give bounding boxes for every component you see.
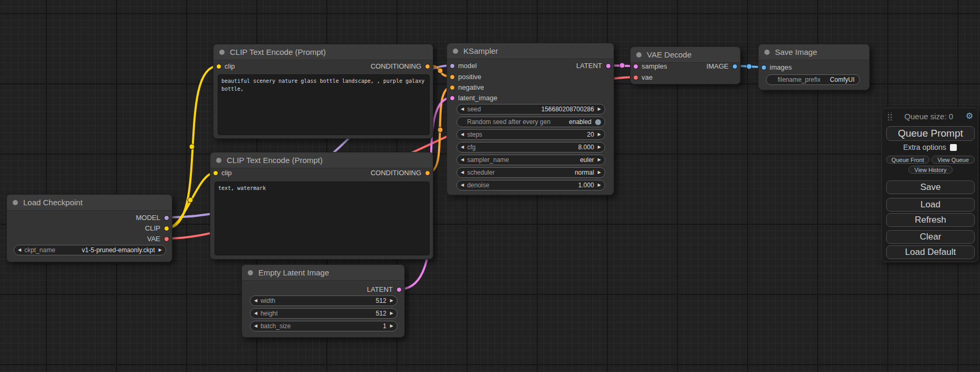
queue-front-button[interactable]: Queue Front	[886, 156, 929, 164]
widget-height[interactable]: ◀ height 512 ▶	[250, 308, 397, 319]
node-vae-decode[interactable]: VAE Decode samples vae IMAGE	[630, 46, 741, 84]
node-ksampler[interactable]: KSampler model positive negative latent_…	[447, 43, 614, 195]
input-slot-label: vae	[642, 72, 653, 83]
widget-random-seed-toggle[interactable]: Random seed after every gen enabled	[457, 117, 605, 127]
output-slot-latent[interactable]	[606, 63, 611, 69]
output-slot-image[interactable]	[732, 64, 738, 69]
widget-cfg[interactable]: ◀ cfg 8.000 ▶	[457, 142, 605, 152]
queue-prompt-button[interactable]: Queue Prompt	[886, 126, 975, 141]
widget-seed[interactable]: ◀ seed 156680208700286 ▶	[457, 104, 605, 115]
input-slot-model[interactable]	[450, 63, 455, 69]
widget-steps[interactable]: ◀ steps 20 ▶	[457, 129, 605, 140]
input-slot-clip[interactable]	[216, 64, 221, 69]
widget-increment-arrow[interactable]: ▶	[598, 142, 601, 152]
widget-decrement-arrow[interactable]: ◀	[461, 180, 464, 190]
extra-options-checkbox[interactable]	[950, 144, 957, 151]
view-queue-button[interactable]: View Queue	[932, 156, 975, 164]
node-titlebar[interactable]: Empty Latent Image	[242, 265, 404, 281]
widget-ckpt-name[interactable]: ◀ ckpt_name v1-5-pruned-emaonly.ckpt ▶	[14, 245, 166, 255]
output-slot-clip[interactable]	[164, 226, 169, 231]
collapse-dot[interactable]	[216, 158, 221, 163]
output-slot-vae[interactable]	[164, 236, 169, 242]
prompt-textarea[interactable]: beautiful scenery nature glass bottle la…	[218, 74, 430, 135]
widget-filename-prefix[interactable]: filename_prefix ComfyUI	[766, 74, 860, 85]
view-history-button[interactable]: View History	[908, 166, 953, 174]
output-slot-conditioning[interactable]	[425, 170, 430, 176]
widget-width[interactable]: ◀ width 512 ▶	[250, 295, 397, 306]
widget-increment-arrow[interactable]: ▶	[598, 155, 601, 165]
widget-value: ComfyUI	[830, 76, 855, 83]
widget-increment-arrow[interactable]: ▶	[159, 245, 162, 255]
input-slot-samples[interactable]	[633, 64, 638, 69]
output-slot-model[interactable]	[164, 215, 169, 221]
node-clip-text-encode-negative[interactable]: CLIP Text Encode (Prompt) clip CONDITION…	[210, 152, 433, 260]
input-slot-vae[interactable]	[633, 75, 638, 80]
node-titlebar[interactable]: CLIP Text Encode (Prompt)	[210, 152, 433, 168]
collapse-dot[interactable]	[219, 50, 225, 55]
node-titlebar[interactable]: Save Image	[759, 44, 869, 60]
node-titlebar[interactable]: Load Checkpoint	[7, 195, 172, 211]
widget-increment-arrow[interactable]: ▶	[598, 129, 601, 140]
collapse-dot[interactable]	[13, 200, 18, 205]
save-button[interactable]: Save	[886, 180, 975, 194]
widget-denoise[interactable]: ◀ denoise 1.000 ▶	[457, 180, 605, 190]
input-slot-positive[interactable]	[450, 74, 455, 80]
widget-decrement-arrow[interactable]: ◀	[461, 104, 464, 115]
widget-scheduler[interactable]: ◀ scheduler normal ▶	[457, 167, 605, 178]
widget-label: filename_prefix	[778, 76, 820, 83]
prompt-textarea[interactable]: text, watermark	[215, 182, 430, 255]
widget-value: 512	[376, 310, 386, 317]
widget-decrement-arrow[interactable]: ◀	[254, 308, 257, 319]
output-slot-label: MODEL	[136, 213, 160, 223]
collapse-dot[interactable]	[764, 50, 770, 55]
widget-increment-arrow[interactable]: ▶	[598, 180, 601, 190]
widget-decrement-arrow[interactable]: ◀	[461, 155, 464, 165]
widget-increment-arrow[interactable]: ▶	[390, 308, 393, 319]
node-save-image[interactable]: Save Image images filename_prefix ComfyU…	[758, 44, 870, 90]
load-default-button[interactable]: Load Default	[886, 245, 975, 259]
node-empty-latent-image[interactable]: Empty Latent Image LATENT ◀ width 512 ▶ …	[241, 264, 405, 338]
queue-menu-panel: Queue size: 0 ⚙ Queue Prompt Extra optio…	[881, 108, 978, 262]
node-load-checkpoint[interactable]: Load Checkpoint MODEL CLIP VAE ◀ ckpt_na…	[6, 194, 172, 262]
node-title: KSampler	[463, 46, 498, 55]
input-slot-negative[interactable]	[450, 85, 455, 90]
widget-value: v1-5-pruned-emaonly.ckpt	[82, 246, 155, 254]
link-midpoint-dot	[438, 68, 443, 73]
output-slot-conditioning[interactable]	[425, 64, 430, 69]
widget-value: 1.000	[578, 182, 594, 189]
widget-increment-arrow[interactable]: ▶	[390, 295, 393, 306]
gear-icon[interactable]: ⚙	[966, 112, 973, 120]
widget-label: height	[260, 310, 278, 317]
input-slot-images[interactable]	[761, 65, 766, 70]
widget-increment-arrow[interactable]: ▶	[598, 104, 601, 115]
widget-decrement-arrow[interactable]: ◀	[254, 321, 257, 331]
collapse-dot[interactable]	[636, 52, 642, 58]
refresh-button[interactable]: Refresh	[886, 213, 975, 227]
output-slot-latent[interactable]	[396, 287, 402, 292]
widget-label: scheduler	[467, 169, 494, 176]
widget-decrement-arrow[interactable]: ◀	[254, 295, 257, 306]
input-slot-latent-image[interactable]	[450, 96, 455, 101]
widget-batch-size[interactable]: ◀ batch_size 1 ▶	[250, 321, 397, 331]
clear-button[interactable]: Clear	[886, 230, 975, 244]
link-midpoint-dot	[438, 127, 443, 132]
widget-increment-arrow[interactable]: ▶	[390, 321, 393, 331]
widget-sampler-name[interactable]: ◀ sampler_name euler ▶	[457, 155, 605, 165]
node-titlebar[interactable]: VAE Decode	[630, 47, 740, 63]
node-clip-text-encode-positive[interactable]: CLIP Text Encode (Prompt) clip CONDITION…	[213, 44, 433, 139]
collapse-dot[interactable]	[453, 49, 458, 54]
toggle-indicator[interactable]	[595, 119, 601, 125]
node-titlebar[interactable]: CLIP Text Encode (Prompt)	[214, 44, 433, 60]
load-button[interactable]: Load	[886, 198, 975, 212]
widget-decrement-arrow[interactable]: ◀	[461, 142, 464, 152]
drag-handle-icon[interactable]	[887, 112, 892, 120]
input-slot-clip[interactable]	[213, 170, 218, 176]
widget-value: 512	[376, 297, 386, 304]
collapse-dot[interactable]	[248, 270, 253, 275]
widget-decrement-arrow[interactable]: ◀	[18, 245, 21, 255]
queue-size-label: Queue size: 0	[892, 112, 966, 121]
node-titlebar[interactable]: KSampler	[447, 43, 614, 59]
widget-decrement-arrow[interactable]: ◀	[461, 129, 464, 140]
widget-increment-arrow[interactable]: ▶	[598, 167, 601, 178]
widget-decrement-arrow[interactable]: ◀	[461, 167, 464, 178]
